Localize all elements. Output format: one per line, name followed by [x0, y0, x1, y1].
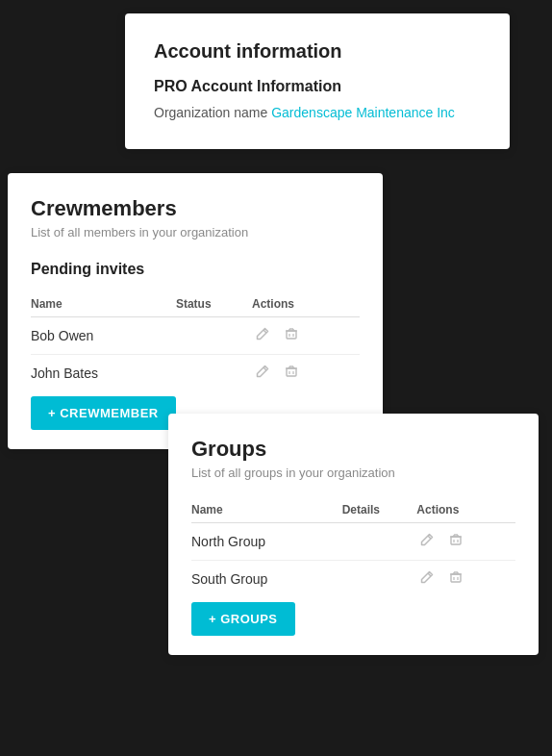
group-details [342, 561, 417, 598]
account-card: Account information PRO Account Informat… [125, 13, 510, 149]
add-groups-button[interactable]: + GROUPS [191, 602, 295, 636]
svg-rect-1 [287, 331, 296, 339]
delete-member-button[interactable] [281, 327, 302, 344]
groups-header-row: Name Details Actions [191, 497, 515, 523]
groups-subtitle: List of all groups in your organization [191, 466, 515, 480]
account-title: Account information [154, 40, 481, 63]
member-status [176, 317, 252, 355]
member-actions [252, 355, 360, 392]
pro-account-title: PRO Account Information [154, 78, 481, 95]
delete-group-button[interactable] [445, 570, 466, 588]
member-name: Bob Owen [31, 317, 176, 355]
org-name-link[interactable]: Gardenscape Maintenance Inc [271, 105, 455, 120]
col-status: Status [176, 291, 252, 317]
member-actions [252, 317, 360, 355]
groups-col-name: Name [191, 497, 342, 523]
org-line: Organization name Gardenscape Maintenanc… [154, 105, 481, 120]
crewmembers-table: Name Status Actions Bob Owen John [31, 291, 360, 391]
group-name: North Group [191, 523, 342, 561]
edit-member-button[interactable] [252, 327, 273, 344]
col-name: Name [31, 291, 176, 317]
table-row: Bob Owen [31, 317, 360, 355]
svg-rect-25 [451, 574, 461, 582]
groups-title: Groups [191, 437, 515, 462]
groups-card: Groups List of all groups in your organi… [168, 414, 539, 655]
delete-group-button[interactable] [445, 533, 466, 550]
member-name: John Bates [31, 355, 176, 392]
groups-col-actions: Actions [416, 497, 515, 523]
group-details [342, 523, 417, 561]
table-row: John Bates [31, 355, 360, 392]
edit-group-button[interactable] [416, 533, 438, 550]
groups-table: Name Details Actions North Group [191, 497, 515, 597]
crewmembers-title: Crewmembers [31, 196, 360, 221]
col-actions: Actions [252, 291, 360, 317]
delete-member-button[interactable] [281, 365, 302, 382]
crewmembers-subtitle: List of all members in your organization [31, 225, 360, 239]
edit-member-button[interactable] [252, 365, 273, 382]
table-row: South Group [191, 561, 515, 598]
crewmembers-header-row: Name Status Actions [31, 291, 360, 317]
groups-col-details: Details [342, 497, 417, 523]
add-crewmember-button[interactable]: + CREWMEMBER [31, 396, 176, 430]
group-actions [416, 561, 515, 598]
member-status [176, 355, 252, 392]
crewmembers-card: Crewmembers List of all members in your … [8, 173, 383, 449]
svg-rect-9 [287, 368, 296, 376]
pending-invites-title: Pending invites [31, 261, 360, 278]
edit-group-button[interactable] [416, 570, 438, 588]
svg-rect-17 [451, 537, 461, 544]
group-name: South Group [191, 561, 342, 598]
group-actions [416, 523, 515, 561]
org-label: Organization name [154, 105, 271, 120]
table-row: North Group [191, 523, 515, 561]
